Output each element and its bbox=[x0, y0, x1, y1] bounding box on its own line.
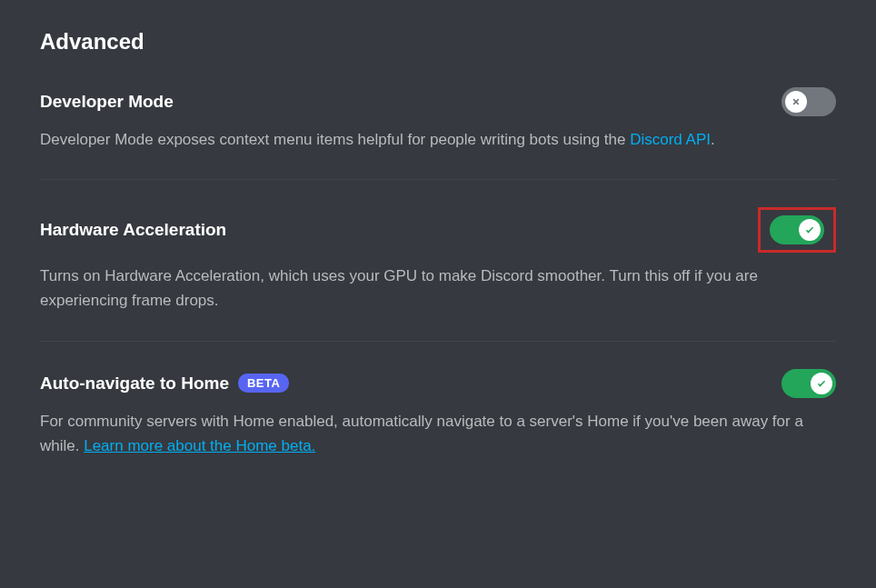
hardware-acceleration-title: Hardware Acceleration bbox=[40, 220, 226, 240]
auto-navigate-home-title: Auto-navigate to Home BETA bbox=[40, 374, 289, 394]
auto-navigate-home-toggle[interactable] bbox=[781, 369, 836, 398]
toggle-knob bbox=[811, 373, 832, 394]
hardware-acceleration-toggle[interactable] bbox=[770, 215, 824, 244]
toggle-knob bbox=[799, 219, 821, 241]
home-beta-link[interactable]: Learn more about the Home beta. bbox=[84, 437, 315, 454]
auto-navigate-home-section: Auto-navigate to Home BETA For community… bbox=[40, 369, 836, 485]
check-icon bbox=[815, 377, 828, 390]
description-text-prefix: Developer Mode exposes context menu item… bbox=[40, 131, 630, 148]
description-text-suffix: . bbox=[711, 131, 715, 148]
hardware-acceleration-description: Turns on Hardware Acceleration, which us… bbox=[40, 264, 836, 313]
developer-mode-toggle[interactable] bbox=[781, 87, 836, 116]
developer-mode-title: Developer Mode bbox=[40, 92, 174, 112]
x-icon bbox=[790, 95, 802, 108]
highlight-annotation bbox=[758, 207, 836, 253]
beta-badge: BETA bbox=[238, 374, 289, 393]
setting-header: Auto-navigate to Home BETA bbox=[40, 369, 836, 398]
developer-mode-section: Developer Mode Developer Mode exposes co… bbox=[40, 87, 836, 180]
title-text: Auto-navigate to Home bbox=[40, 374, 229, 394]
setting-header: Hardware Acceleration bbox=[40, 207, 836, 253]
check-icon bbox=[803, 224, 816, 236]
setting-header: Developer Mode bbox=[40, 87, 836, 116]
hardware-acceleration-section: Hardware Acceleration Turns on Hardware … bbox=[40, 207, 836, 341]
page-title: Advanced bbox=[40, 29, 836, 55]
advanced-settings-panel: Advanced Developer Mode Developer Mode e… bbox=[0, 0, 876, 542]
auto-navigate-home-description: For community servers with Home enabled,… bbox=[40, 409, 836, 458]
discord-api-link[interactable]: Discord API bbox=[630, 131, 711, 148]
toggle-knob bbox=[785, 91, 807, 113]
developer-mode-description: Developer Mode exposes context menu item… bbox=[40, 127, 836, 152]
